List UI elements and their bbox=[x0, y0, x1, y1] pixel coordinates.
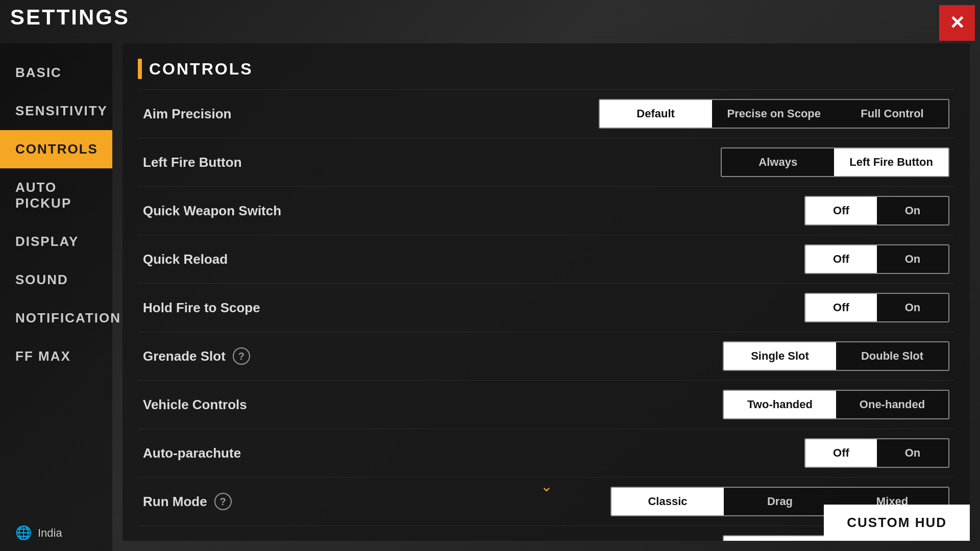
country-label: India bbox=[38, 527, 62, 540]
setting-row-auto-parachute: Auto-parachute Off On bbox=[138, 429, 954, 478]
section-header: CONTROLS bbox=[138, 59, 954, 79]
run-mode-label: Run Mode ? bbox=[143, 493, 610, 510]
left-fire-button-btn[interactable]: Left Fire Button bbox=[834, 148, 948, 176]
quick-reload-off-btn[interactable]: Off bbox=[805, 245, 877, 273]
setting-row-hold-fire: Hold Fire to Scope Off On bbox=[138, 284, 954, 332]
aim-precision-default-btn[interactable]: Default bbox=[600, 100, 712, 128]
grenade-slot-label: Grenade Slot ? bbox=[143, 347, 723, 365]
setting-row-quick-weapon: Quick Weapon Switch Off On bbox=[138, 187, 954, 235]
vehicle-controls-label: Vehicle Controls bbox=[143, 397, 723, 413]
sidebar-item-notification[interactable]: NOTIFICATION bbox=[0, 299, 112, 337]
setting-row-aim-precision: Aim Precision Default Precise on Scope F… bbox=[138, 89, 954, 138]
aim-precision-full-btn[interactable]: Full Control bbox=[836, 100, 948, 128]
setting-row-left-fire: Left Fire Button Always Left Fire Button bbox=[138, 138, 954, 187]
section-title: CONTROLS bbox=[149, 60, 253, 79]
close-button[interactable]: ✕ bbox=[939, 5, 975, 41]
left-fire-label: Left Fire Button bbox=[143, 155, 721, 170]
aim-precision-precise-btn[interactable]: Precise on Scope bbox=[712, 100, 836, 128]
vehicle-two-handed-btn[interactable]: Two-handed bbox=[724, 391, 836, 418]
sidebar-footer: 🌐 India bbox=[0, 515, 112, 551]
grenade-single-btn[interactable]: Single Slot bbox=[724, 342, 836, 370]
grenade-double-btn[interactable]: Double Slot bbox=[836, 342, 948, 370]
quick-weapon-on-btn[interactable]: On bbox=[877, 197, 948, 224]
quick-weapon-toggle: Off On bbox=[804, 196, 949, 226]
sidebar-item-controls[interactable]: CONTROLS bbox=[0, 130, 112, 168]
setting-row-vehicle-controls: Vehicle Controls Two-handed One-handed bbox=[138, 381, 954, 429]
grenade-slot-toggle: Single Slot Double Slot bbox=[723, 341, 949, 371]
hold-fire-off-btn[interactable]: Off bbox=[805, 294, 877, 321]
custom-hud-button[interactable]: CUSTOM HUD bbox=[824, 505, 970, 541]
globe-icon: 🌐 bbox=[15, 525, 32, 541]
section-accent bbox=[138, 59, 142, 79]
sidebar-item-sensitivity[interactable]: SENSITIVITY bbox=[0, 92, 112, 130]
sidebar-item-basic[interactable]: BASIC bbox=[0, 54, 112, 92]
run-mode-classic-btn[interactable]: Classic bbox=[611, 488, 724, 515]
auto-parachute-toggle: Off On bbox=[804, 438, 949, 468]
quick-reload-toggle: Off On bbox=[804, 244, 949, 274]
vehicle-one-handed-btn[interactable]: One-handed bbox=[836, 391, 948, 418]
sidebar-item-auto-pickup[interactable]: AUTO PICKUP bbox=[0, 168, 112, 222]
main-content: CONTROLS Aim Precision Default Precise o… bbox=[122, 43, 970, 541]
run-mode-drag-btn[interactable]: Drag bbox=[724, 488, 836, 515]
quick-reload-label: Quick Reload bbox=[143, 252, 804, 267]
in-game-tips-default-btn[interactable]: Default bbox=[724, 536, 836, 541]
setting-row-quick-reload: Quick Reload Off On bbox=[138, 235, 954, 284]
quick-reload-on-btn[interactable]: On bbox=[877, 245, 948, 273]
quick-weapon-label: Quick Weapon Switch bbox=[143, 203, 804, 219]
hold-fire-label: Hold Fire to Scope bbox=[143, 300, 804, 316]
aim-precision-toggle: Default Precise on Scope Full Control bbox=[599, 99, 949, 129]
hold-fire-on-btn[interactable]: On bbox=[877, 294, 948, 321]
sidebar-item-ff-max[interactable]: FF MAX bbox=[0, 337, 112, 375]
sidebar: BASIC SENSITIVITY CONTROLS AUTO PICKUP D… bbox=[0, 43, 112, 551]
vehicle-controls-toggle: Two-handed One-handed bbox=[723, 390, 949, 419]
settings-list: Aim Precision Default Precise on Scope F… bbox=[138, 89, 954, 541]
sidebar-item-display[interactable]: DISPLAY bbox=[0, 222, 112, 261]
grenade-slot-help-icon[interactable]: ? bbox=[233, 347, 250, 365]
left-fire-always-btn[interactable]: Always bbox=[722, 148, 834, 176]
auto-parachute-label: Auto-parachute bbox=[143, 445, 804, 461]
scroll-indicator: ⌄ bbox=[541, 478, 552, 495]
setting-row-grenade-slot: Grenade Slot ? Single Slot Double Slot bbox=[138, 332, 954, 381]
hold-fire-toggle: Off On bbox=[804, 293, 949, 322]
aim-precision-label: Aim Precision bbox=[143, 106, 599, 122]
page-title: SETTINGS bbox=[10, 5, 130, 30]
sidebar-item-sound[interactable]: SOUND bbox=[0, 261, 112, 299]
auto-parachute-off-btn[interactable]: Off bbox=[805, 439, 877, 467]
auto-parachute-on-btn[interactable]: On bbox=[877, 439, 948, 467]
quick-weapon-off-btn[interactable]: Off bbox=[805, 197, 877, 224]
left-fire-toggle: Always Left Fire Button bbox=[721, 147, 949, 177]
run-mode-help-icon[interactable]: ? bbox=[214, 493, 232, 510]
